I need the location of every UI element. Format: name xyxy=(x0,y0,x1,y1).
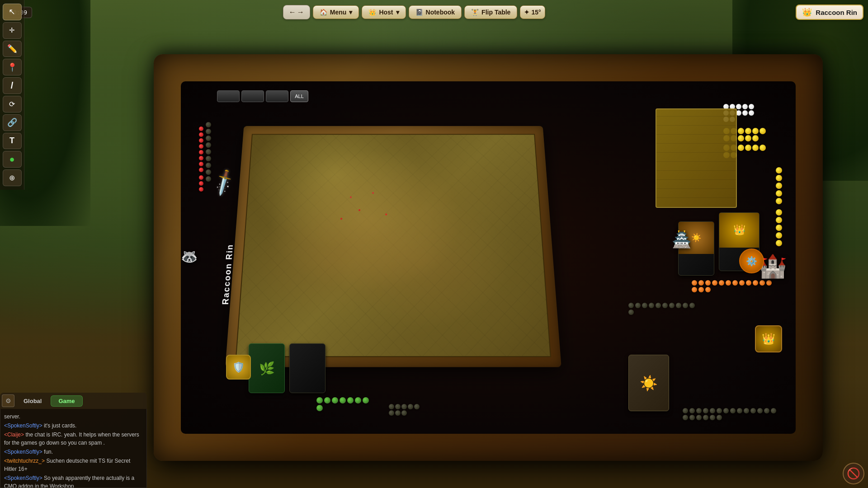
host-button[interactable]: 👑 Host ▾ xyxy=(362,5,406,19)
map-markers xyxy=(350,196,352,198)
cursor-icon: ↖ xyxy=(9,7,15,17)
text-icon: T xyxy=(9,136,14,145)
raccoon-figure[interactable]: 🦝 xyxy=(181,249,198,264)
orange-tokens-area xyxy=(692,280,773,292)
green-card[interactable]: 🌿 xyxy=(249,343,285,393)
yellow-score-card[interactable] xyxy=(656,108,737,208)
castle-piece-mid[interactable]: 🏯 xyxy=(672,230,692,249)
chat-tab-game[interactable]: Game xyxy=(51,395,82,407)
user-badge: 👑 Raccoon Rin xyxy=(796,5,863,20)
menu-label: Menu xyxy=(330,9,347,16)
large-orange-token[interactable]: ⚙️ xyxy=(739,249,764,273)
forward-icon: → xyxy=(297,8,304,16)
link-tool[interactable]: 🔗 xyxy=(3,114,22,131)
game-map xyxy=(236,134,551,357)
left-toolbar: ↖ ✛ ✏️ 📍 / ⟳ 🔗 T ● ⊕ xyxy=(0,0,24,190)
cursor-tool[interactable]: ↖ xyxy=(3,4,22,20)
green-tokens-bottom xyxy=(316,397,371,411)
chat-message-5: <SpokenSoftly> So yeah apparently there … xyxy=(4,474,143,488)
crown-token[interactable]: 👑 xyxy=(755,325,782,352)
chat-message-3: <SpokenSoftly> fun. xyxy=(4,448,143,456)
host-label: Host xyxy=(379,9,393,16)
chat-message-0: server. xyxy=(4,413,143,421)
game-board-frame[interactable]: Raccoon Rin xyxy=(225,126,561,367)
lasso-icon: ⟳ xyxy=(9,100,15,108)
lasso-tool[interactable]: ⟳ xyxy=(3,96,22,113)
pencil-icon: ✏️ xyxy=(7,44,17,54)
dark-tokens-mid xyxy=(628,303,696,315)
pin-icon: 📍 xyxy=(7,62,17,72)
transform-tool[interactable]: ✛ xyxy=(3,22,22,39)
map-paths xyxy=(242,139,545,351)
axis-icon: ⊕ xyxy=(9,174,15,182)
game-tab-label: Game xyxy=(58,398,75,404)
text-tool[interactable]: T xyxy=(3,133,22,150)
chat-tab-global[interactable]: Global xyxy=(16,396,49,406)
player-label: Raccoon Rin xyxy=(221,244,235,305)
username: Raccoon Rin xyxy=(816,9,857,16)
notebook-icon: 📓 xyxy=(415,9,423,16)
bottom-cards-row: 🌿 xyxy=(249,343,326,393)
color-icon: ● xyxy=(9,154,14,164)
flip-table-button[interactable]: 🏋️ Flip Table xyxy=(464,5,517,19)
menu-button[interactable]: 🏠 Menu ▾ xyxy=(313,5,359,19)
chat-message-1: <SpokenSoftly> it's just cards. xyxy=(4,422,143,430)
chat-message-4: <twitchtuchrzz_> Suchen deutsche mit TS … xyxy=(4,457,143,473)
sun-card-bottom[interactable]: ☀️ xyxy=(628,355,669,411)
dark-tokens-bottom xyxy=(389,404,425,416)
top-btn-2[interactable] xyxy=(241,90,264,102)
table-surface: Raccoon Rin 🗡️ 🦝 ALL xyxy=(154,54,823,461)
host-chevron-icon: ▾ xyxy=(396,9,399,16)
bottom-dark-card[interactable] xyxy=(289,343,326,393)
flip-icon: 🏋️ xyxy=(471,9,479,16)
ruler-icon: / xyxy=(11,80,14,91)
angle-icon: ✦ xyxy=(524,9,529,16)
back-forward-button[interactable]: ← → xyxy=(283,5,310,19)
dark-tokens-bottom-right xyxy=(683,408,782,420)
chat-panel: ⚙ Global Game server. <SpokenSoftly> it'… xyxy=(0,393,147,488)
pencil-tool[interactable]: ✏️ xyxy=(3,41,22,57)
global-tab-label: Global xyxy=(24,398,42,404)
table-felt: Raccoon Rin 🗡️ 🦝 ALL xyxy=(181,81,796,434)
gold-button-bottom-left[interactable]: 🛡️ xyxy=(226,355,251,380)
game-table: Raccoon Rin 🗡️ 🦝 ALL xyxy=(154,54,823,461)
top-btn-1[interactable] xyxy=(217,90,240,102)
chat-settings-button[interactable]: ⚙ xyxy=(2,394,14,407)
menu-chevron-icon: ▾ xyxy=(349,9,352,16)
home-icon: 🏠 xyxy=(320,9,327,16)
back-icon: ← xyxy=(289,8,296,16)
dagger-piece[interactable]: 🗡️ xyxy=(209,168,239,197)
prohibit-button[interactable]: 🚫 xyxy=(843,463,864,484)
yellow-column-right xyxy=(776,167,782,246)
chat-messages: server. <SpokenSoftly> it's just cards. … xyxy=(0,409,147,488)
axis-tool[interactable]: ⊕ xyxy=(3,169,22,186)
angle-value: 15° xyxy=(531,9,541,16)
topbar: 60:09 ← → 🏠 Menu ▾ 👑 Host ▾ 📓 Notebook 🏋… xyxy=(0,0,868,24)
user-crown-icon: 👑 xyxy=(802,7,812,17)
flip-table-label: Flip Table xyxy=(481,9,510,16)
dark-track xyxy=(206,122,211,182)
top-btn-all[interactable]: ALL xyxy=(290,90,308,102)
color-tool[interactable]: ● xyxy=(3,151,22,168)
crown-icon: 👑 xyxy=(368,9,376,16)
top-buttons-row: ALL xyxy=(217,90,308,102)
ruler-tool[interactable]: / xyxy=(3,77,22,94)
top-btn-3[interactable] xyxy=(266,90,288,102)
notebook-label: Notebook xyxy=(426,9,455,16)
angle-button[interactable]: ✦ 15° xyxy=(520,5,545,19)
red-track xyxy=(199,127,203,192)
nav-center: ← → 🏠 Menu ▾ 👑 Host ▾ 📓 Notebook 🏋️ Flip… xyxy=(283,5,545,19)
notebook-button[interactable]: 📓 Notebook xyxy=(409,5,462,19)
link-icon: 🔗 xyxy=(7,117,17,127)
pin-tool[interactable]: 📍 xyxy=(3,59,22,75)
chat-message-2: <Claije> the chat is IRC. yeah. It helps… xyxy=(4,431,143,447)
chat-tabs: ⚙ Global Game xyxy=(0,393,147,409)
transform-icon: ✛ xyxy=(9,26,15,34)
prohibit-icon: 🚫 xyxy=(847,467,860,480)
